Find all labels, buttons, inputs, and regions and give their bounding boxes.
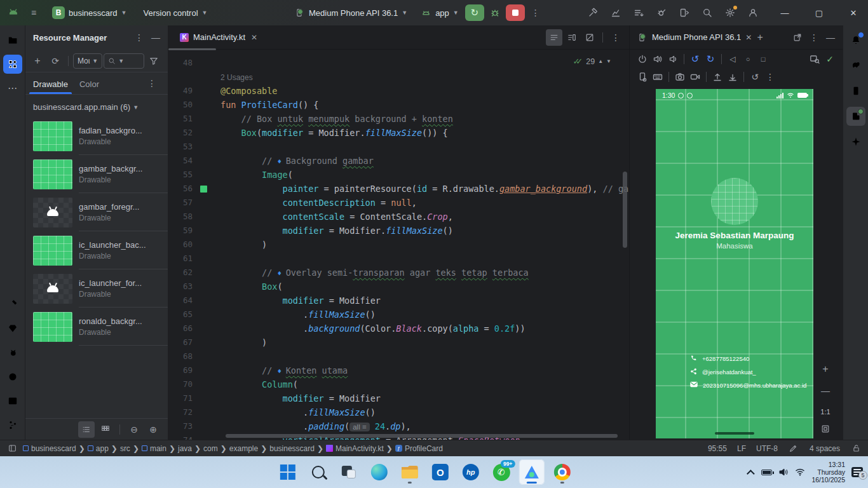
new-device-tab-button[interactable]: + <box>752 29 768 46</box>
chrome-taskbar-icon[interactable] <box>550 459 575 485</box>
todo-list-icon[interactable] <box>630 4 647 21</box>
build-icon[interactable] <box>3 295 22 314</box>
outlook-taskbar-icon[interactable]: O <box>428 459 453 485</box>
debug-button[interactable] <box>487 4 503 21</box>
code-line[interactable]: 62 // ♦ Overlay semi-transparan agar tek… <box>168 266 629 280</box>
breadcrumb-item[interactable]: java <box>178 444 192 453</box>
code-line[interactable]: 53 <box>168 140 629 154</box>
code-line[interactable]: 69 // ♦ Konten utama <box>168 363 629 377</box>
code-line[interactable]: 58 contentScale = ContentScale.Crop, <box>168 210 629 224</box>
grid-view-button[interactable] <box>97 421 114 438</box>
download-icon[interactable] <box>725 70 740 84</box>
add-resource-button[interactable]: + <box>29 53 46 69</box>
prev-problem-icon[interactable]: ▲ <box>598 55 603 69</box>
resource-group-header[interactable]: businesscard.app.main (6) ▼ <box>25 94 168 116</box>
code-line[interactable]: 54 // ♦ Background gambar <box>168 154 629 168</box>
zoom-in-button[interactable]: + <box>817 361 834 377</box>
highlighting-level-icon[interactable] <box>788 443 799 454</box>
code-line[interactable]: 51 // Box untuk menumpuk background + ko… <box>168 112 629 126</box>
close-tab-icon[interactable]: ✕ <box>251 33 257 42</box>
more-run-actions-button[interactable]: ⋮ <box>527 4 544 21</box>
terminal-icon[interactable] <box>3 391 22 410</box>
refresh-button[interactable]: ⟳ <box>47 53 64 69</box>
device-settings-icon[interactable] <box>635 70 650 84</box>
tab-color[interactable]: Color <box>79 79 99 94</box>
check-icon[interactable]: ✓ <box>822 52 837 66</box>
gesture-navigation-bar[interactable] <box>715 432 754 435</box>
split-view-button[interactable] <box>564 29 580 46</box>
code-line[interactable]: 55 Image( <box>168 168 629 182</box>
fit-to-window-button[interactable] <box>817 421 834 437</box>
resource-manager-icon[interactable] <box>3 55 22 74</box>
notifications-icon[interactable] <box>846 30 865 50</box>
wifi-icon[interactable] <box>795 468 805 476</box>
tabs-more-icon[interactable]: ⋮ <box>144 75 160 92</box>
code-area[interactable]: ✓✓ 29 ▲ ▼ 482 Usages49@Composable50fun P… <box>168 50 629 440</box>
record-icon[interactable] <box>688 70 703 84</box>
device-selector[interactable]: Medium Phone API 36.1 ▼ <box>287 3 414 22</box>
power-icon[interactable] <box>635 52 650 66</box>
code-line[interactable]: 71 modifier = Modifier <box>168 391 629 405</box>
code-view-button[interactable] <box>546 29 562 46</box>
code-line[interactable]: 48 <box>168 56 629 70</box>
unlocked-icon[interactable] <box>850 443 862 454</box>
caret-position[interactable]: 95:55 <box>708 444 727 453</box>
design-view-button[interactable] <box>581 29 598 46</box>
start-taskbar-icon[interactable] <box>275 459 301 485</box>
profiler-icon[interactable] <box>607 4 624 21</box>
panel-hide-button[interactable]: — <box>147 29 164 46</box>
edge-taskbar-icon[interactable] <box>367 459 392 485</box>
editor-horizontal-scrollbar[interactable] <box>226 434 618 438</box>
drawable-list-item[interactable]: fadlan_backgro...Drawable <box>33 117 168 155</box>
editor-options-icon[interactable]: ⋮ <box>607 29 624 46</box>
close-emulator-tab-icon[interactable]: ✕ <box>745 33 752 42</box>
overview-icon[interactable]: □ <box>756 52 771 66</box>
restore-icon[interactable]: ↺ <box>747 70 763 84</box>
windows-search-taskbar-icon[interactable] <box>306 459 331 485</box>
window-maximize-button[interactable]: ▢ <box>804 0 834 25</box>
zoom-out-button[interactable]: — <box>817 383 834 399</box>
device-mirror-icon[interactable] <box>676 4 693 21</box>
phone-screen[interactable]: 1:30 Jeremia Sebastian Marpaung Mahasisw… <box>656 89 813 438</box>
search-everywhere-icon[interactable] <box>699 4 715 21</box>
account-icon[interactable] <box>745 4 761 21</box>
speaker-icon[interactable] <box>778 468 789 477</box>
open-in-window-icon[interactable] <box>789 29 806 46</box>
version-control-icon[interactable] <box>3 416 22 435</box>
code-line[interactable]: 50fun ProfileCard() { <box>168 98 629 112</box>
breadcrumb-item[interactable]: example <box>229 444 258 453</box>
back-icon[interactable]: ◁ <box>725 52 740 66</box>
camera-icon[interactable] <box>672 70 688 84</box>
notification-center-icon[interactable]: 5 <box>851 467 863 477</box>
code-line[interactable]: 52 Box(modifier = Modifier.fillMaxSize()… <box>168 126 629 140</box>
code-line[interactable]: 49@Composable <box>168 84 629 98</box>
module-dropdown[interactable]: Moι▼ <box>73 53 102 69</box>
attach-debugger-icon[interactable] <box>653 4 670 21</box>
app-quality-insights-icon[interactable] <box>3 319 22 338</box>
window-minimize-button[interactable]: — <box>770 0 799 25</box>
panel-hide-button[interactable]: — <box>822 29 839 46</box>
editor-vertical-scrollbar[interactable] <box>623 172 627 248</box>
breadcrumb-item[interactable]: src <box>120 444 130 453</box>
stop-button[interactable] <box>506 4 525 21</box>
code-line[interactable]: 63 Box( <box>168 280 629 294</box>
file-encoding[interactable]: UTF-8 <box>756 444 778 453</box>
build-icon[interactable] <box>585 4 601 21</box>
code-line[interactable]: 66 .background(Color.Black.copy(alpha = … <box>168 322 629 336</box>
running-devices-icon[interactable] <box>846 107 865 126</box>
code-line[interactable]: 59 modifier = Modifier.fillMaxSize() <box>168 224 629 238</box>
panel-options-icon[interactable]: ⋮ <box>131 29 147 46</box>
breadcrumb-item[interactable]: businesscard <box>269 444 315 453</box>
drawable-list-item[interactable]: ic_launcher_for...Drawable <box>33 269 168 308</box>
code-line[interactable]: 56 painter = painterResource(id = R.draw… <box>168 182 629 196</box>
hp-taskbar-icon[interactable]: hp <box>458 459 484 485</box>
breadcrumb-item[interactable]: businesscard <box>23 444 76 453</box>
home-icon[interactable]: ○ <box>740 52 756 66</box>
battery-icon[interactable] <box>761 470 772 475</box>
breadcrumb-item[interactable]: ƒProfileCard <box>395 444 443 453</box>
code-line[interactable]: 65 .fillMaxSize() <box>168 308 629 322</box>
gemini-sparkle-icon[interactable] <box>846 132 865 151</box>
code-line[interactable]: 72 .fillMaxSize() <box>168 405 629 419</box>
code-line[interactable]: 61 <box>168 252 629 266</box>
code-line[interactable]: 60 ) <box>168 238 629 252</box>
